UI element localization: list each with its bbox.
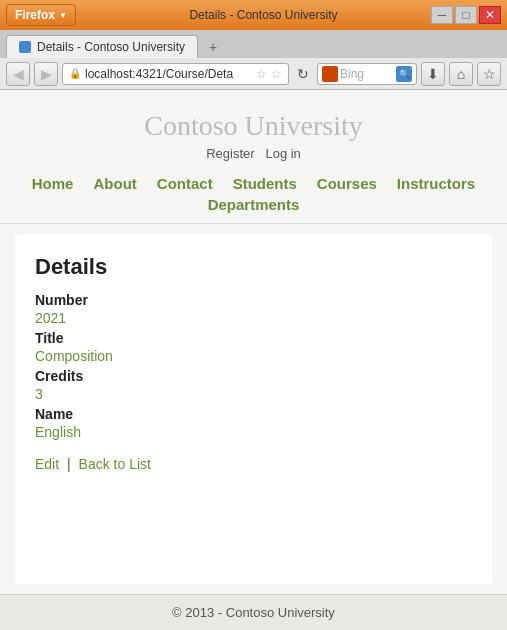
nav-students[interactable]: Students [223,175,307,192]
field-credits-label: Credits [35,368,472,384]
download-icon: ⬇ [427,66,439,82]
site-footer: © 2013 - Contoso University [0,594,507,630]
nav-contact[interactable]: Contact [147,175,223,192]
nav-courses[interactable]: Courses [307,175,387,192]
field-name-value: English [35,424,472,440]
window-controls: ─ □ ✕ [431,6,501,24]
tab-label: Details - Contoso University [37,40,185,54]
action-links: Edit | Back to List [35,456,472,472]
field-number: Number 2021 [35,292,472,326]
field-title: Title Composition [35,330,472,364]
field-credits: Credits 3 [35,368,472,402]
edit-link[interactable]: Edit [35,456,59,472]
maximize-button[interactable]: □ [455,6,477,24]
page-heading: Details [35,254,472,280]
forward-button[interactable]: ▶ [34,62,58,86]
url-security-icon: 🔒 [69,68,81,79]
action-separator: | [67,456,71,472]
firefox-menu-button[interactable]: Firefox ▼ [6,4,76,26]
bing-logo-icon [322,66,338,82]
tab-favicon-icon [19,41,31,53]
url-bar[interactable]: 🔒 localhost:4321/Course/Deta ☆ ☆ [62,63,289,85]
home-icon: ⌂ [457,66,465,82]
download-button[interactable]: ⬇ [421,62,445,86]
nav-home[interactable]: Home [22,175,84,192]
field-number-label: Number [35,292,472,308]
home-button[interactable]: ⌂ [449,62,473,86]
search-bar[interactable]: Bing 🔍 [317,63,417,85]
footer-text: © 2013 - Contoso University [172,605,335,620]
window-title: Details - Contoso University [76,8,431,22]
bookmarks-button[interactable]: ☆ [477,62,501,86]
new-tab-button[interactable]: + [202,37,224,57]
site-title: Contoso University [0,110,507,142]
search-placeholder: Bing [340,67,394,81]
field-name: Name English [35,406,472,440]
bookmarks-icon: ☆ [483,66,496,82]
nav-instructors[interactable]: Instructors [387,175,485,192]
firefox-label: Firefox [15,8,55,22]
back-icon: ◀ [13,66,24,82]
close-button[interactable]: ✕ [479,6,501,24]
back-button[interactable]: ◀ [6,62,30,86]
bookmark2-icon[interactable]: ☆ [271,67,282,81]
site-header: Contoso University Register Log in Home … [0,90,507,224]
field-number-value: 2021 [35,310,472,326]
refresh-icon: ↻ [297,66,309,82]
header-divider [0,223,507,224]
titlebar: Firefox ▼ Details - Contoso University ─… [0,0,507,30]
register-link[interactable]: Register [206,146,254,161]
navbar: ◀ ▶ 🔒 localhost:4321/Course/Deta ☆ ☆ ↻ B… [0,58,507,90]
field-title-label: Title [35,330,472,346]
tabbar: Details - Contoso University + [0,30,507,58]
minimize-button[interactable]: ─ [431,6,453,24]
forward-icon: ▶ [41,66,52,82]
url-text: localhost:4321/Course/Deta [85,67,252,81]
field-name-label: Name [35,406,472,422]
field-title-value: Composition [35,348,472,364]
browser-window: Firefox ▼ Details - Contoso University ─… [0,0,507,630]
browser-content: Contoso University Register Log in Home … [0,90,507,630]
search-go-icon[interactable]: 🔍 [396,66,412,82]
auth-links: Register Log in [0,146,507,161]
refresh-button[interactable]: ↻ [293,64,313,84]
firefox-arrow-icon: ▼ [59,11,67,20]
site-nav: Home About Contact Students Courses Inst… [0,169,507,223]
field-credits-value: 3 [35,386,472,402]
nav-departments[interactable]: Departments [198,196,310,213]
login-link[interactable]: Log in [265,146,300,161]
nav-about[interactable]: About [83,175,146,192]
bookmark-icon[interactable]: ☆ [256,67,267,81]
active-tab[interactable]: Details - Contoso University [6,35,198,58]
content-card: Details Number 2021 Title Composition Cr… [15,234,492,584]
back-to-list-link[interactable]: Back to List [79,456,151,472]
page: Contoso University Register Log in Home … [0,90,507,630]
